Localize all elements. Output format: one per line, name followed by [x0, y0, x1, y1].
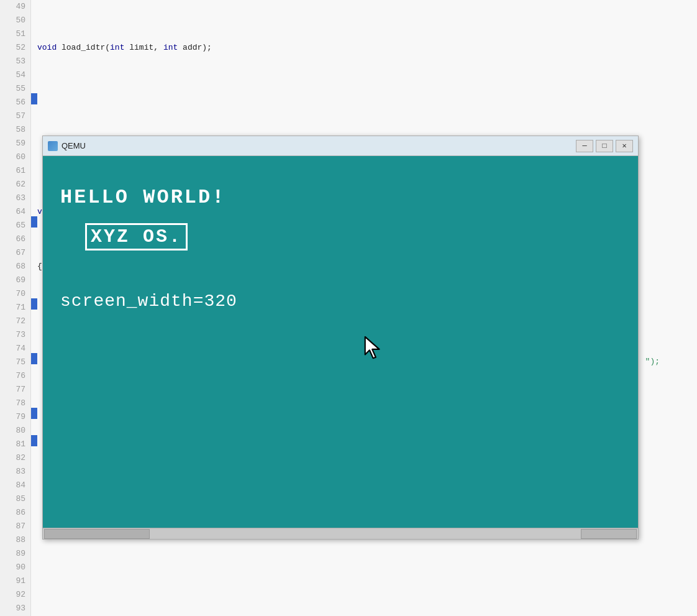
ln-49: 49: [0, 0, 25, 14]
ln-70: 70: [0, 287, 25, 301]
qemu-close-button[interactable]: ✕: [616, 140, 633, 152]
ln-60: 60: [0, 150, 25, 164]
code-line-59: [37, 574, 697, 588]
breakpoint-83: [31, 435, 37, 446]
ln-86: 86: [0, 506, 25, 520]
qemu-minimize-button[interactable]: —: [576, 140, 593, 152]
qemu-screen[interactable]: HELLO WORLD! XYZ OS. screen_width=320: [43, 156, 638, 528]
ln-73: 73: [0, 328, 25, 342]
ln-80: 80: [0, 424, 25, 438]
ln-81: 81: [0, 438, 25, 451]
qemu-xyz-text: XYZ OS.: [85, 223, 188, 251]
ln-83: 83: [0, 465, 25, 479]
ln-74: 74: [0, 342, 25, 356]
ln-64: 64: [0, 205, 25, 219]
ln-50: 50: [0, 14, 25, 27]
ln-58: 58: [0, 123, 25, 137]
ln-88: 88: [0, 533, 25, 547]
qemu-scrollbar[interactable]: [43, 528, 638, 539]
line-numbers: 49 50 51 52 53 54 55 56 57 58 59 60 61 6…: [0, 0, 31, 616]
ln-62: 62: [0, 178, 25, 191]
ln-93: 93: [0, 602, 25, 615]
qemu-maximize-button[interactable]: □: [596, 140, 613, 152]
ln-59: 59: [0, 137, 25, 150]
ln-89: 89: [0, 547, 25, 561]
breakpoint-81: [31, 408, 37, 419]
ln-63: 63: [0, 191, 25, 205]
ln-82: 82: [0, 451, 25, 465]
ln-85: 85: [0, 492, 25, 506]
ln-92: 92: [0, 588, 25, 602]
ln-76: 76: [0, 369, 25, 383]
ln-61: 61: [0, 164, 25, 178]
ln-87: 87: [0, 520, 25, 533]
qemu-hello-text: HELLO WORLD!: [60, 186, 226, 209]
qemu-app-icon: [48, 141, 58, 151]
breakpoint-77: [31, 353, 37, 364]
ln-69: 69: [0, 274, 25, 287]
ln-56: 56: [0, 96, 25, 109]
breakpoint-52: [31, 93, 37, 104]
ln-90: 90: [0, 561, 25, 574]
ln-77: 77: [0, 383, 25, 397]
breakpoint-71: [31, 298, 37, 310]
qemu-window[interactable]: QEMU — □ ✕ HELLO WORLD! XYZ OS. screen_w…: [42, 136, 639, 540]
qemu-title-label: QEMU: [62, 141, 576, 150]
ln-57: 57: [0, 109, 25, 123]
ln-84: 84: [0, 479, 25, 492]
code-line-49: void load_idtr(int limit, int addr);: [37, 41, 697, 55]
qemu-screen-width-text: screen_width=320: [60, 292, 237, 311]
ln-65: 65: [0, 219, 25, 232]
code-line-50: [37, 96, 697, 109]
ln-68: 68: [0, 260, 25, 274]
svg-marker-0: [365, 337, 380, 358]
ln-78: 78: [0, 397, 25, 410]
scrollbar-thumb-right[interactable]: [581, 529, 637, 539]
ln-54: 54: [0, 68, 25, 82]
ln-53: 53: [0, 55, 25, 68]
qemu-controls: — □ ✕: [576, 140, 633, 152]
ln-72: 72: [0, 315, 25, 328]
right-string-77: ");: [645, 357, 660, 366]
ln-55: 55: [0, 82, 25, 96]
breakpoint-65: [31, 216, 37, 228]
ln-79: 79: [0, 410, 25, 424]
ln-91: 91: [0, 574, 25, 588]
ln-67: 67: [0, 246, 25, 260]
qemu-titlebar: QEMU — □ ✕: [43, 136, 638, 156]
ln-66: 66: [0, 232, 25, 246]
ln-52: 52: [0, 41, 25, 55]
scrollbar-thumb-left[interactable]: [44, 529, 150, 539]
ln-71: 71: [0, 301, 25, 315]
ln-51: 51: [0, 27, 25, 41]
ln-75: 75: [0, 356, 25, 369]
